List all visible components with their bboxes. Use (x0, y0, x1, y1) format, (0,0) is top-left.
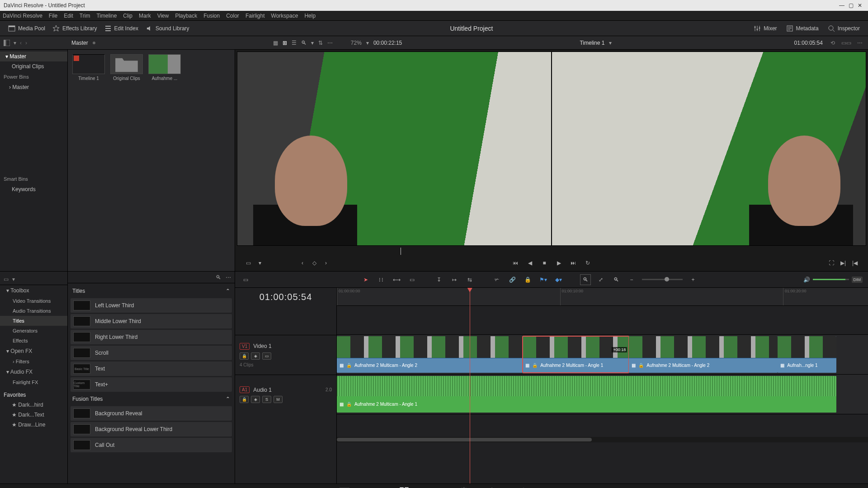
view-thumbnails-icon[interactable]: ▦ (273, 40, 278, 46)
fx-generators[interactable]: Generators (0, 326, 67, 336)
mute-button[interactable]: M (274, 396, 283, 403)
track-disable-button[interactable]: ▭ (262, 352, 271, 360)
sound-library-toggle[interactable]: Sound Library (142, 23, 193, 34)
menu-workspace[interactable]: Workspace (271, 13, 298, 19)
sort-icon[interactable]: ⇅ (318, 40, 323, 46)
marker-icon[interactable]: ◆▾ (553, 275, 563, 285)
more-icon[interactable]: ⋯ (327, 40, 333, 46)
fx-audiofx[interactable]: ▾ Audio FX (0, 366, 67, 377)
page-cut[interactable] (368, 486, 380, 488)
dim-button[interactable]: DIM (852, 277, 863, 283)
favorite-item[interactable]: ★ Dark...Text (4, 410, 64, 420)
timeline-name[interactable]: Timeline 1 (580, 40, 604, 46)
zoom-fit-icon[interactable]: ⤢ (596, 275, 606, 285)
video-track-header[interactable]: V1 Video 1 🔒 ◈ ▭ 4 Clips (235, 335, 336, 375)
track-auto-button[interactable]: ◈ (251, 396, 260, 403)
bin-item-timeline[interactable]: Timeline 1 (72, 54, 105, 81)
track-lock-button[interactable]: 🔒 (240, 396, 249, 403)
next-frame-button[interactable]: ⏭ (569, 259, 577, 267)
go-last-icon[interactable]: |◀ (851, 259, 859, 267)
chevron-down-icon[interactable]: ▾ (12, 276, 15, 282)
multicam-angle-1[interactable] (237, 52, 552, 246)
smartbin-keywords[interactable]: Keywords (0, 184, 67, 194)
inspector-toggle[interactable]: Inspector (824, 23, 863, 34)
sync-icon[interactable]: ⟲ (830, 40, 835, 46)
favorite-item[interactable]: ★ Draw...Line (4, 420, 64, 430)
media-pool-toggle[interactable]: Media Pool (5, 23, 49, 34)
fx-fairlightfx[interactable]: Fairlight FX (0, 377, 67, 387)
menu-fusion[interactable]: Fusion (203, 13, 220, 19)
multicam-viewer[interactable] (237, 52, 866, 246)
viewer-scrubber[interactable] (237, 248, 866, 255)
powerbin-master[interactable]: › Master (0, 82, 67, 92)
blade-tool[interactable]: ▭ (407, 275, 417, 285)
fusion-title-item[interactable]: Call Out (71, 438, 232, 452)
more-icon[interactable]: ⋯ (857, 40, 863, 46)
audio-track-tag[interactable]: A1 (240, 386, 250, 393)
chevron-down-icon[interactable]: ▾ (366, 40, 369, 46)
view-list-icon[interactable]: ☰ (292, 40, 297, 46)
audio-track-header[interactable]: A1 Audio 1 2.0 🔒 ◈ S M (235, 375, 336, 414)
layout-icon[interactable] (4, 40, 10, 46)
zoom-search-icon[interactable]: 🔍︎ (580, 275, 590, 285)
video-track-tag[interactable]: V1 (240, 343, 250, 350)
minimize-button[interactable]: — (837, 2, 846, 9)
selection-tool[interactable]: ➤ (361, 275, 371, 285)
link-icon[interactable]: 🔗 (507, 275, 517, 285)
menu-playback[interactable]: Playback (175, 13, 197, 19)
menu-edit[interactable]: Edit (64, 13, 73, 19)
chevron-down-icon[interactable]: ▾ (256, 259, 264, 267)
menu-color[interactable]: Color (226, 13, 239, 19)
page-fusion[interactable] (428, 486, 440, 488)
timeline-options-icon[interactable]: ▭ (241, 275, 250, 285)
title-item[interactable]: Left Lower Third (71, 298, 232, 313)
layout-icon[interactable]: ▭ (4, 276, 9, 282)
fx-toolbox[interactable]: ▾ Toolbox (0, 285, 67, 296)
title-item[interactable]: Custom TitleText+ (71, 377, 232, 392)
menu-clip[interactable]: Clip (123, 13, 132, 19)
prev-keyframe-icon[interactable]: ‹ (298, 259, 307, 267)
media-pool-content[interactable]: Timeline 1 Original Clips Aufnahme ... (68, 50, 235, 271)
flag-icon[interactable]: ⚑▾ (538, 275, 548, 285)
trim-tool[interactable]: ⫶⫶ (376, 275, 386, 285)
lock-icon[interactable]: 🔒 (523, 275, 533, 285)
bin-item-folder[interactable]: Original Clips (110, 54, 143, 81)
overwrite-tool[interactable]: ↦ (449, 275, 459, 285)
solo-button[interactable]: S (262, 396, 271, 403)
timeline-scrollbar[interactable] (337, 437, 868, 442)
audio-track[interactable]: ▦🔒Aufnahme 2 Multicam - Angle 1 (337, 375, 868, 414)
titles-group-header[interactable]: Titles⌃ (71, 285, 232, 297)
keyframe-icon[interactable]: ◇ (310, 259, 318, 267)
dynamic-trim-tool[interactable]: ⟷ (392, 275, 401, 285)
fx-filters[interactable]: › Filters (0, 357, 67, 366)
edit-index-toggle[interactable]: Edit Index (101, 23, 142, 34)
prev-frame-button[interactable]: ◀ (526, 259, 534, 267)
video-clip[interactable]: ▦🔒Aufnahme 2 Multicam - Angle 2 (337, 336, 523, 373)
chevron-down-icon[interactable]: ▾ (609, 40, 612, 46)
video-clip-selected[interactable]: ▦🔒Aufnahme 2 Multicam - Angle 1 +00:18 (523, 336, 629, 373)
effects-library-toggle[interactable]: Effects Library (49, 23, 100, 34)
stop-button[interactable]: ■ (540, 259, 548, 267)
timeline-timecode[interactable]: 01:00:05:54 (235, 288, 336, 306)
zoom-slider[interactable] (642, 279, 683, 280)
collapse-icon[interactable]: ⌃ (226, 396, 230, 402)
fx-titles[interactable]: Titles (0, 316, 67, 326)
playhead[interactable] (470, 288, 470, 483)
favorite-item[interactable]: ★ Dark...hird (4, 400, 64, 410)
scrollbar-thumb[interactable] (337, 438, 592, 441)
menu-file[interactable]: File (49, 13, 57, 19)
match-frame-icon[interactable]: ▭ (244, 259, 252, 267)
title-item[interactable]: Scroll (71, 346, 232, 360)
loop-button[interactable]: ↻ (584, 259, 592, 267)
insert-tool[interactable]: ↧ (434, 275, 444, 285)
zoom-plus-icon[interactable]: + (688, 275, 698, 285)
next-keyframe-icon[interactable]: › (322, 259, 330, 267)
menu-davinci[interactable]: DaVinci Resolve (3, 13, 42, 19)
mixer-toggle[interactable]: Mixer (750, 23, 780, 34)
fx-openfx[interactable]: ▾ Open FX (0, 346, 67, 357)
timeline-tracks[interactable]: 01:00:00:00 01:00:10:00 01:00:20:00 ▦🔒Au… (337, 288, 868, 483)
metadata-toggle[interactable]: Metadata (783, 23, 822, 34)
dual-viewer-icon[interactable]: ▭▭ (841, 40, 851, 46)
chevron-down-icon[interactable]: ▾ (311, 40, 314, 46)
nav-back-icon[interactable]: ‹ (20, 40, 22, 46)
